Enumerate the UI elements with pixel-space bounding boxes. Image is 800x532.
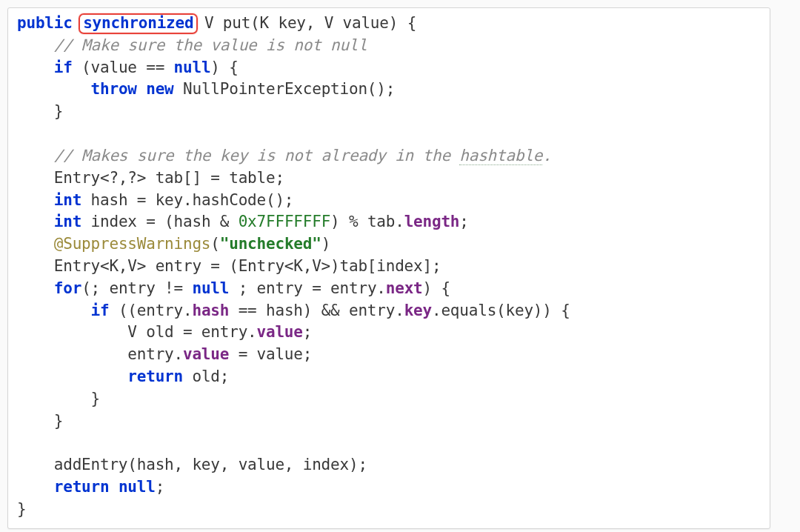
keyword-null: null (174, 59, 211, 76)
code-text: ; entry = entry. (229, 279, 386, 297)
keyword-return: return (54, 478, 110, 496)
code-text (109, 478, 118, 496)
comment-text: // Makes sure the key is not already in … (17, 147, 459, 164)
keyword-int: int (54, 213, 81, 230)
code-text (17, 59, 54, 76)
keyword-null: null (119, 478, 156, 496)
code-text: index = (hash & (81, 213, 239, 230)
code-text (17, 478, 54, 496)
code-text: } (17, 102, 63, 120)
code-text: hash = key.hashCode(); (81, 191, 293, 209)
hex-literal: 0x7FFFFFFF (239, 213, 330, 230)
code-text: ) % tab. (330, 213, 404, 230)
annotation: @SuppressWarnings (54, 235, 211, 253)
code-text (17, 80, 91, 98)
code-text: .equals(key)) { (432, 302, 570, 319)
keyword-public: public (17, 14, 73, 32)
keyword-for: for (54, 279, 81, 297)
code-text (17, 191, 54, 209)
code-text (17, 279, 54, 297)
code-content: public synchronized V put(K key, V value… (17, 13, 761, 521)
code-text: ; (156, 478, 164, 496)
code-text: } (17, 390, 100, 408)
code-text: (; entry != (81, 279, 192, 297)
code-text: ; (459, 213, 468, 230)
code-text: (value == (73, 59, 174, 76)
field-hash: hash (192, 302, 229, 319)
keyword-if: if (54, 59, 73, 76)
keyword-int: int (54, 191, 81, 209)
code-text: old; (183, 368, 229, 385)
keyword-synchronized: synchronized (83, 14, 193, 32)
string-literal: "unchecked" (220, 235, 321, 253)
code-text: addEntry(hash, key, value, index); (17, 456, 367, 473)
code-text: Entry<K,V> entry = (Entry<K,V>)tab[index… (17, 257, 441, 275)
code-text: } (17, 412, 63, 430)
code-text: = value; (229, 345, 312, 363)
code-text: ) { (423, 279, 450, 297)
keyword-return: return (127, 368, 183, 385)
code-text: ( (210, 235, 219, 253)
field-length: length (404, 213, 460, 230)
comment: // Make sure the value is not null (17, 36, 367, 54)
code-text: V old = entry. (17, 323, 257, 341)
code-text: } (17, 500, 26, 518)
comment: // Makes sure the key is not already in … (17, 147, 552, 165)
highlight-box: synchronized (79, 13, 198, 34)
field-key: key (404, 302, 432, 319)
field-value: value (257, 323, 303, 341)
code-text (17, 235, 54, 253)
keyword-null: null (192, 279, 229, 297)
code-text: == hash) && entry. (229, 302, 404, 319)
underlined-word: hashtable (459, 147, 542, 165)
code-text (17, 302, 91, 319)
code-text (17, 213, 54, 230)
comment-text: . (542, 147, 551, 164)
code-text: Entry<?,?> tab[] = table; (17, 169, 284, 187)
code-text: V put(K key, V value) { (195, 14, 416, 32)
field-next: next (386, 279, 423, 297)
code-block: public synchronized V put(K key, V value… (7, 7, 770, 529)
keyword-throw: throw (91, 80, 137, 98)
code-text: entry. (17, 345, 183, 363)
code-text: ; (303, 323, 312, 341)
code-text: ) (321, 235, 330, 253)
code-text: ((entry. (109, 302, 192, 319)
field-value: value (183, 345, 229, 363)
keyword-new: new (146, 80, 173, 98)
code-text (17, 368, 127, 385)
code-text: NullPointerException(); (174, 80, 396, 98)
keyword-if: if (91, 302, 110, 319)
code-text: ) { (210, 59, 238, 76)
code-text (137, 80, 146, 98)
